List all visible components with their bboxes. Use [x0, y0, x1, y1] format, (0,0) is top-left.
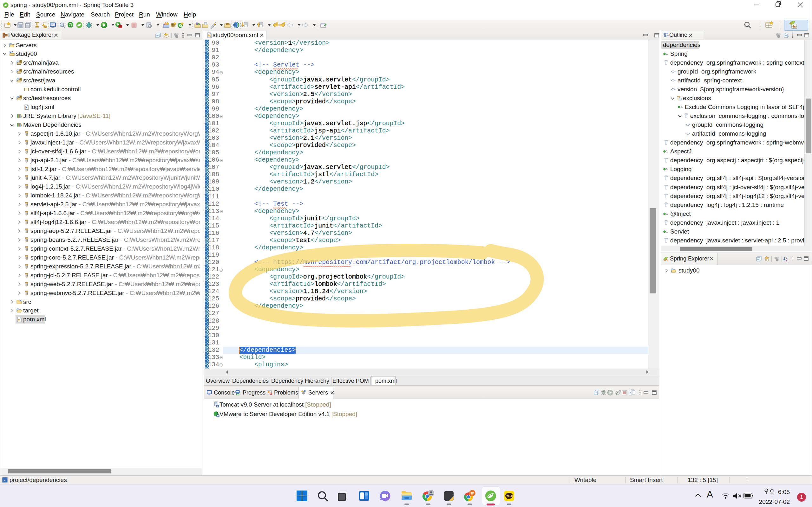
svg-text:10: 10: [26, 151, 28, 153]
svg-text:M: M: [208, 34, 211, 38]
svg-text:10: 10: [26, 142, 28, 144]
svg-text:<>: <>: [671, 78, 675, 83]
svg-text:10: 10: [26, 248, 28, 250]
svg-text:TALK: TALK: [507, 495, 513, 498]
svg-text:10: 10: [26, 284, 28, 285]
svg-text:10: 10: [26, 178, 28, 179]
svg-text:10: 10: [26, 275, 28, 277]
svg-text:<>: <>: [686, 123, 690, 127]
svg-text:10: 10: [26, 266, 28, 268]
svg-text:10: 10: [26, 160, 28, 162]
svg-text:10: 10: [26, 195, 28, 197]
svg-text:<>: <>: [671, 88, 675, 92]
svg-text:e: e: [4, 478, 5, 482]
svg-text:S: S: [12, 51, 13, 53]
svg-text:M: M: [9, 51, 11, 53]
svg-text:A: A: [164, 22, 167, 26]
svg-text:10: 10: [26, 222, 28, 223]
svg-text:z: z: [786, 259, 787, 262]
svg-text:S: S: [20, 299, 22, 302]
svg-text:10: 10: [26, 293, 28, 294]
svg-text:10: 10: [26, 231, 28, 232]
svg-text:10: 10: [26, 239, 28, 241]
svg-text:X: X: [26, 106, 27, 109]
svg-text:10: 10: [26, 257, 28, 259]
svg-text:<>: <>: [686, 132, 690, 136]
svg-text:10: 10: [26, 169, 28, 170]
svg-text:10: 10: [26, 187, 28, 188]
svg-text:10: 10: [26, 133, 28, 135]
svg-text:10: 10: [26, 204, 28, 206]
svg-text:10: 10: [26, 213, 28, 215]
svg-text:M: M: [18, 319, 20, 322]
svg-text:<>: <>: [671, 70, 675, 74]
